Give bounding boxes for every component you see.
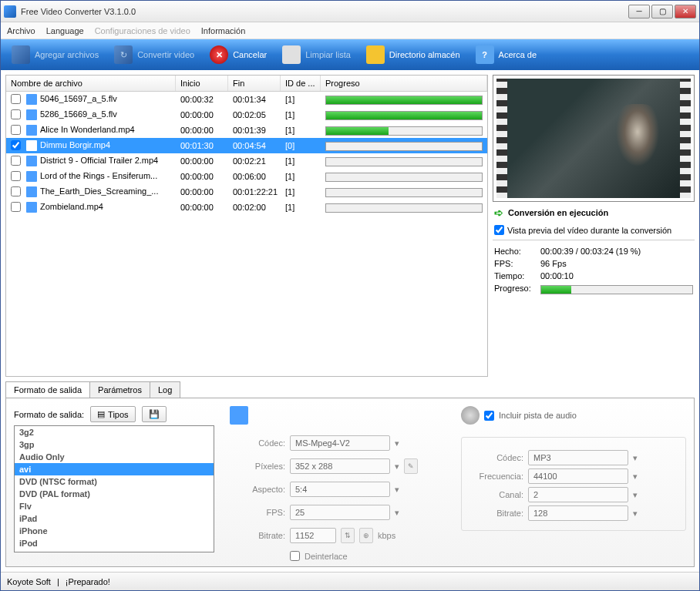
audio-bitrate-select[interactable]: 128 — [528, 505, 628, 521]
format-item[interactable]: iPhone — [15, 525, 214, 537]
menubar: Archivo Language Configuraciones de vide… — [1, 22, 699, 39]
menu-archivo[interactable]: Archivo — [7, 26, 35, 35]
include-audio-checkbox[interactable] — [484, 411, 494, 421]
row-progress — [325, 96, 483, 105]
output-dir-button[interactable]: Directorio almacén — [358, 42, 468, 67]
file-icon — [26, 94, 37, 105]
file-row[interactable]: The_Earth_Dies_Screaming_... 00:00:0000:… — [6, 184, 487, 200]
pixels-edit-button[interactable]: ✎ — [404, 458, 418, 474]
file-icon — [26, 109, 37, 120]
file-checkbox[interactable] — [11, 125, 21, 135]
file-icon — [26, 202, 37, 213]
col-id[interactable]: ID de ... — [281, 76, 321, 91]
aspect-select[interactable]: 5:4 — [290, 482, 390, 497]
row-progress — [325, 126, 483, 136]
file-icon — [26, 140, 37, 151]
convert-button[interactable]: ↻Convertir video — [106, 42, 202, 67]
file-checkbox[interactable] — [11, 156, 21, 166]
bitrate-plus-button[interactable]: ⊕ — [359, 528, 373, 543]
format-item[interactable]: 3g2 — [15, 426, 214, 438]
row-progress — [325, 203, 483, 213]
preview-checkbox[interactable] — [494, 225, 504, 235]
fps-select[interactable]: 25 — [290, 505, 390, 520]
file-checkbox[interactable] — [11, 140, 21, 150]
folder-icon — [366, 45, 385, 64]
col-start[interactable]: Inicio — [176, 76, 228, 91]
file-rows: 5046_15697_a_5.flv 00:00:3200:01:34[1] 5… — [6, 92, 487, 376]
tab-params[interactable]: Parámetros — [89, 381, 150, 398]
cancel-icon: ✕ — [210, 45, 228, 64]
deinterlace-checkbox[interactable] — [290, 551, 300, 561]
file-checkbox[interactable] — [11, 186, 21, 196]
format-item[interactable]: Audio Only — [15, 451, 214, 463]
ready-label: ¡Preparado! — [66, 577, 110, 586]
pixels-select[interactable]: 352 x 288 — [290, 458, 390, 474]
minimize-button[interactable]: ─ — [628, 5, 650, 18]
format-item[interactable]: iPad — [15, 512, 214, 525]
video-codec-select[interactable]: MS-Mpeg4-V2 — [290, 435, 390, 451]
col-end[interactable]: Fin — [228, 76, 281, 91]
video-icon — [230, 406, 248, 425]
file-checkbox[interactable] — [11, 109, 21, 119]
vendor-label: Koyote Soft — [7, 577, 51, 586]
format-item[interactable]: 3gp — [15, 438, 214, 451]
preview-box — [493, 75, 695, 202]
file-list-header: Nombre de archivo Inicio Fin ID de ... P… — [6, 76, 487, 92]
types-icon: ▤ — [97, 409, 105, 419]
done-value: 00:00:39 / 00:03:24 (19 %) — [540, 247, 693, 256]
file-checkbox[interactable] — [11, 202, 21, 212]
cancel-button[interactable]: ✕Cancelar — [202, 42, 274, 67]
tab-strip: Formato de salida Parámetros Log — [5, 381, 695, 398]
tab-log[interactable]: Log — [150, 381, 180, 398]
file-checkbox[interactable] — [11, 171, 21, 181]
file-row[interactable]: Zombieland.mp4 00:00:0000:02:00[1] — [6, 200, 487, 215]
file-row[interactable]: Lord of the Rings - Ensiferum... 00:00:0… — [6, 169, 487, 184]
format-list[interactable]: 3g23gpAudio OnlyaviDVD (NTSC format)DVD … — [14, 425, 214, 552]
format-item[interactable]: iPod — [15, 537, 214, 549]
file-icon — [26, 171, 37, 182]
file-row[interactable]: 5046_15697_a_5.flv 00:00:3200:01:34[1] — [6, 92, 487, 107]
format-item[interactable]: DVD (PAL format) — [15, 488, 214, 500]
file-row[interactable]: 5286_15669_a_5.flv 00:00:0000:02:05[1] — [6, 107, 487, 123]
save-icon: 💾 — [149, 409, 160, 419]
add-files-button[interactable]: Agregar archivos — [4, 42, 106, 67]
preview-panel: ➪ Conversión en ejecución Vista previa d… — [493, 75, 695, 377]
clear-list-button[interactable]: Limpiar lista — [274, 42, 358, 67]
audio-params: Incluir pista de audio Códec:MP3▾ Frecue… — [461, 406, 686, 559]
about-button[interactable]: ?Acerca de — [468, 42, 545, 67]
file-list-panel: Nombre de archivo Inicio Fin ID de ... P… — [5, 75, 488, 377]
filmstrip — [496, 79, 691, 198]
toolbar: Agregar archivos ↻Convertir video ✕Cance… — [1, 39, 699, 70]
col-filename[interactable]: Nombre de archivo — [6, 76, 176, 91]
audio-channel-select[interactable]: 2 — [528, 487, 628, 502]
file-row[interactable]: Dimmu Borgir.mp4 00:01:3000:04:54[0] — [6, 138, 487, 153]
save-preset-button[interactable]: 💾 — [142, 406, 167, 422]
maximize-button[interactable]: ▢ — [651, 5, 673, 18]
tab-output[interactable]: Formato de salida — [5, 381, 90, 398]
file-row[interactable]: Alice In Wonderland.mp4 00:00:0000:01:39… — [6, 123, 487, 138]
menu-info[interactable]: Información — [201, 26, 245, 35]
row-progress — [325, 142, 483, 151]
row-progress — [325, 173, 483, 182]
file-row[interactable]: District 9 - Official Trailer 2.mp4 00:0… — [6, 153, 487, 169]
types-button[interactable]: ▤Tipos — [90, 406, 136, 422]
audio-freq-select[interactable]: 44100 — [528, 468, 628, 484]
file-checkbox[interactable] — [11, 94, 21, 104]
format-item[interactable]: Flv — [15, 500, 214, 512]
window-title: Free Video Converter V3.1.0.0 — [21, 7, 628, 16]
menu-config[interactable]: Configuraciones de video — [95, 26, 190, 35]
row-progress — [325, 111, 483, 120]
preview-check-label: Vista previa del vídeo durante la conver… — [507, 226, 671, 235]
audio-codec-select[interactable]: MP3 — [528, 450, 628, 465]
format-item[interactable]: avi — [15, 463, 214, 475]
bitrate-spinner[interactable]: ⇅ — [341, 528, 355, 543]
video-bitrate-input[interactable]: 1152 — [290, 528, 336, 543]
question-icon: ? — [476, 45, 494, 64]
menu-language[interactable]: Language — [46, 26, 84, 35]
close-button[interactable]: ✕ — [675, 5, 696, 18]
file-icon — [26, 156, 37, 166]
overall-progress — [540, 285, 693, 294]
col-progress[interactable]: Progreso — [321, 76, 487, 91]
format-item[interactable]: DVD (NTSC format) — [15, 475, 214, 488]
fps-value: 96 Fps — [540, 259, 693, 268]
